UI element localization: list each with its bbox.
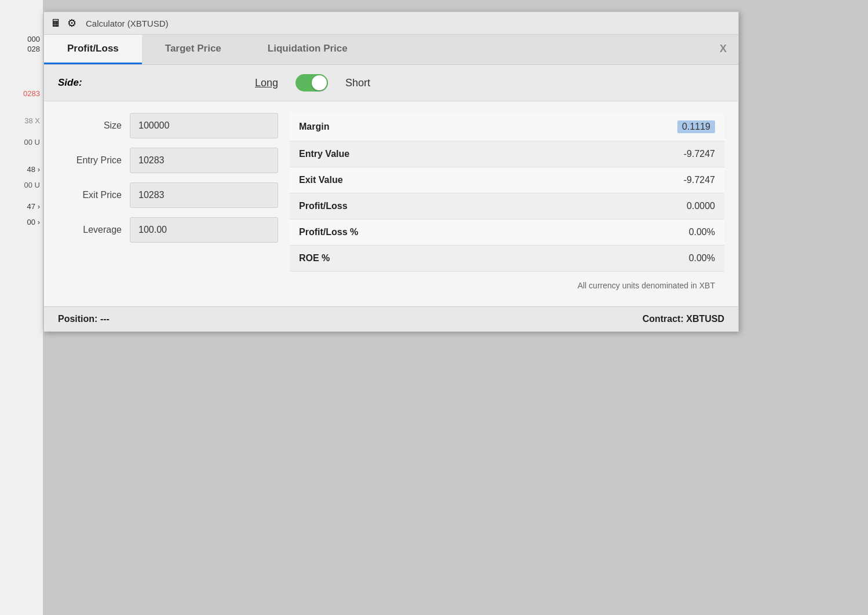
left-sidebar: 000 028 0283 38 X 00 U 48 › 00 U 47 › 00… <box>0 0 43 615</box>
profit-loss-pct-row: Profit/Loss % 0.00% <box>290 219 724 246</box>
entry-price-input[interactable] <box>130 148 278 173</box>
margin-row: Margin 0.1119 <box>290 113 724 141</box>
profit-loss-label: Profit/Loss <box>299 201 687 211</box>
settings-icon[interactable]: ⚙ <box>67 17 76 30</box>
exit-price-row: Exit Price <box>58 182 278 208</box>
side-toggle[interactable] <box>296 74 328 91</box>
toggle-knob <box>312 75 327 90</box>
exit-value-label: Exit Value <box>299 175 684 185</box>
modal-footer: Position: --- Contract: XBTUSD <box>44 306 738 331</box>
profit-loss-pct-value: 0.00% <box>689 227 715 237</box>
footer-contract: Contract: XBTUSD <box>643 314 724 324</box>
entry-value-row: Entry Value -9.7247 <box>290 141 724 167</box>
exit-value-value: -9.7247 <box>684 175 715 185</box>
sidebar-num-7: 00 U <box>24 181 40 189</box>
sidebar-num-4: 38 X <box>24 116 40 125</box>
results-column: Margin 0.1119 Entry Value -9.7247 Exit V… <box>290 113 724 295</box>
main-content: Size Entry Price Exit Price Leverage Mar… <box>44 101 738 306</box>
close-button[interactable]: X <box>708 35 738 64</box>
roe-pct-value: 0.00% <box>689 253 715 263</box>
size-row: Size <box>58 113 278 138</box>
roe-pct-row: ROE % 0.00% <box>290 246 724 272</box>
tab-liquidation-price[interactable]: Liquidation Price <box>245 35 371 64</box>
tabs-bar: Profit/Loss Target Price Liquidation Pri… <box>44 35 738 65</box>
entry-value-label: Entry Value <box>299 149 684 159</box>
side-short-label[interactable]: Short <box>345 77 370 89</box>
side-row: Side: Long Short <box>44 65 738 101</box>
entry-price-row: Entry Price <box>58 148 278 173</box>
entry-value-value: -9.7247 <box>684 149 715 159</box>
sidebar-num-1: 000 <box>27 35 40 43</box>
sidebar-num-6: 48 › <box>27 165 40 174</box>
exit-value-row: Exit Value -9.7247 <box>290 167 724 193</box>
profit-loss-pct-label: Profit/Loss % <box>299 227 689 237</box>
leverage-input[interactable] <box>130 217 278 243</box>
leverage-label: Leverage <box>58 225 122 235</box>
margin-value: 0.1119 <box>677 120 715 133</box>
size-label: Size <box>58 120 122 131</box>
footer-position: Position: --- <box>58 314 110 324</box>
tab-target-price[interactable]: Target Price <box>142 35 245 64</box>
profit-loss-value: 0.0000 <box>687 201 715 211</box>
size-input[interactable] <box>130 113 278 138</box>
top-bar: 🖩 ⚙ Calculator (XBTUSD) <box>44 12 738 35</box>
sidebar-num-3: 0283 <box>23 89 40 98</box>
sidebar-num-2: 028 <box>27 45 40 53</box>
toggle-switch[interactable] <box>296 74 328 91</box>
inputs-column: Size Entry Price Exit Price Leverage <box>58 113 278 295</box>
calculator-modal: 🖩 ⚙ Calculator (XBTUSD) Profit/Loss Targ… <box>43 12 739 332</box>
side-long-label[interactable]: Long <box>255 77 278 89</box>
roe-pct-label: ROE % <box>299 253 689 263</box>
modal-title: Calculator (XBTUSD) <box>86 19 169 28</box>
sidebar-num-5: 00 U <box>24 138 40 147</box>
currency-note: All currency units denominated in XBT <box>290 272 724 295</box>
side-label: Side: <box>58 77 151 89</box>
exit-price-label: Exit Price <box>58 190 122 200</box>
tab-profit-loss[interactable]: Profit/Loss <box>44 35 142 64</box>
sidebar-num-9: 00 › <box>27 218 40 226</box>
margin-label: Margin <box>299 122 677 132</box>
calculator-icon[interactable]: 🖩 <box>51 17 61 30</box>
profit-loss-row: Profit/Loss 0.0000 <box>290 193 724 219</box>
leverage-row: Leverage <box>58 217 278 243</box>
exit-price-input[interactable] <box>130 182 278 208</box>
entry-price-label: Entry Price <box>58 155 122 166</box>
sidebar-num-8: 47 › <box>27 202 40 211</box>
